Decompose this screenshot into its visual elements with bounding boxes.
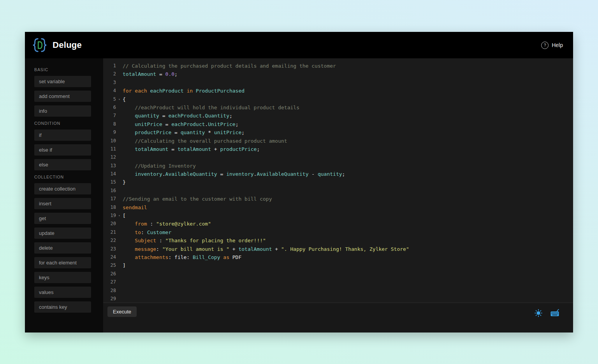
code-line[interactable]: 27 [103, 278, 573, 286]
line-number: 17 [103, 195, 116, 203]
code-line[interactable]: 18sendmail [103, 203, 573, 212]
help-button[interactable]: ? Help [541, 42, 563, 49]
code-line[interactable]: 10 //Calculating the overall purchased p… [103, 137, 573, 145]
fold-spacer [116, 195, 123, 203]
code-line[interactable]: 20 from : "store@zylker.com" [103, 220, 573, 228]
code-line[interactable]: 23 message: "Your bill amount is " + tot… [103, 245, 573, 253]
sidebar-item-keys[interactable]: keys [34, 272, 91, 283]
deluge-logo-icon [32, 37, 48, 53]
fold-spacer [116, 153, 123, 161]
code-text: { [123, 95, 126, 103]
fold-spacer [116, 87, 123, 95]
code-line[interactable]: 14 inventory.AvailableQuantity = invento… [103, 170, 573, 178]
sidebar-item-set-variable[interactable]: set variable [34, 76, 91, 87]
code-editor[interactable]: 1// Calculating the purchased product de… [103, 58, 573, 303]
code-line[interactable]: 15} [103, 178, 573, 186]
code-text: totalAmount = totalAmount + productPrice… [123, 145, 260, 153]
line-number: 15 [103, 178, 116, 186]
code-line[interactable]: 22 Subject : "Thanks for placing the ord… [103, 236, 573, 245]
sidebar-item-create-collection[interactable]: create collection [34, 183, 91, 194]
line-number: 18 [103, 203, 116, 212]
line-number: 1 [103, 62, 116, 70]
line-number: 28 [103, 287, 116, 295]
line-number: 13 [103, 162, 116, 170]
code-line[interactable]: 19▾[ [103, 212, 573, 220]
line-number: 11 [103, 145, 116, 153]
sidebar-item-for-each-element[interactable]: for each element [34, 257, 91, 268]
sidebar-item-values[interactable]: values [34, 287, 91, 298]
code-text: Subject : "Thanks for placing the order!… [123, 236, 266, 245]
keyboard-icon[interactable] [550, 309, 560, 317]
code-line[interactable]: 12 [103, 153, 573, 161]
fold-spacer [116, 62, 123, 70]
code-text: } [123, 178, 126, 186]
code-line[interactable]: 16 [103, 187, 573, 195]
code-line[interactable]: 2totalAmount = 0.0; [103, 70, 573, 78]
code-text: ] [123, 261, 126, 270]
sidebar-item-add-comment[interactable]: add comment [34, 91, 91, 102]
sidebar-item-update[interactable]: update [34, 228, 91, 239]
sidebar-section-title: BASIC [34, 67, 103, 72]
sidebar-item-else[interactable]: else [34, 159, 91, 170]
line-number: 8 [103, 120, 116, 128]
code-line[interactable]: 4for each eachProduct in ProductPurchase… [103, 87, 573, 95]
line-number: 20 [103, 220, 116, 228]
sidebar-item-else-if[interactable]: else if [34, 144, 91, 156]
brightness-icon[interactable] [535, 309, 542, 317]
line-number: 7 [103, 112, 116, 120]
code-line[interactable]: 7 quantity = eachProduct.Quantity; [103, 112, 573, 120]
code-line[interactable]: 5▾{ [103, 95, 573, 103]
code-line[interactable]: 8 unitPrice = eachProduct.UnitPrice; [103, 120, 573, 128]
fold-spacer [116, 236, 123, 245]
line-number: 24 [103, 253, 116, 261]
line-number: 12 [103, 153, 116, 161]
code-text: [ [123, 212, 126, 220]
code-line[interactable]: 26 [103, 270, 573, 278]
sidebar: BASICset variableadd commentinfoCONDITIO… [25, 58, 103, 332]
code-line[interactable]: 6 //eachProduct will hold the individual… [103, 103, 573, 112]
line-number: 14 [103, 170, 116, 178]
sidebar-item-if[interactable]: if [34, 130, 91, 141]
code-line[interactable]: 17//Sending an email to the customer wit… [103, 195, 573, 203]
fold-arrow-icon[interactable]: ▾ [116, 95, 123, 103]
line-number: 22 [103, 236, 116, 245]
fold-arrow-icon[interactable]: ▾ [116, 212, 123, 220]
code-line[interactable]: 11 totalAmount = totalAmount + productPr… [103, 145, 573, 153]
sidebar-item-insert[interactable]: insert [34, 198, 91, 209]
fold-spacer [116, 178, 123, 186]
code-line[interactable]: 28 [103, 287, 573, 295]
fold-spacer [116, 112, 123, 120]
code-line[interactable]: 13 //Updating Inventory [103, 162, 573, 170]
fold-spacer [116, 187, 123, 195]
code-line[interactable]: 1// Calculating the purchased product de… [103, 62, 573, 70]
sidebar-item-delete[interactable]: delete [34, 242, 91, 254]
code-text: inventory.AvailableQuantity = inventory.… [123, 170, 345, 178]
code-line[interactable]: 24 attachments: file: Bill_Copy as PDF [103, 253, 573, 261]
execute-button[interactable]: Execute [107, 306, 137, 317]
code-text: //Sending an email to the customer with … [123, 195, 272, 203]
code-line[interactable]: 9 productPrice = quantity * unitPrice; [103, 128, 573, 136]
line-number: 27 [103, 278, 116, 286]
code-text: from : "store@zylker.com" [123, 220, 211, 228]
code-line[interactable]: 25] [103, 261, 573, 270]
line-number: 26 [103, 270, 116, 278]
code-text: totalAmount = 0.0; [123, 70, 178, 78]
content-area: BASICset variableadd commentinfoCONDITIO… [25, 58, 573, 332]
app-window: Deluge ? Help BASICset variableadd comme… [25, 32, 573, 332]
code-line[interactable]: 3 [103, 79, 573, 87]
sidebar-item-info[interactable]: info [34, 105, 91, 117]
sidebar-item-get[interactable]: get [34, 213, 91, 224]
sidebar-item-contains-key[interactable]: contains key [34, 301, 91, 313]
line-number: 21 [103, 228, 116, 236]
code-line[interactable]: 21 to: Customer [103, 228, 573, 236]
fold-spacer [116, 253, 123, 261]
fold-spacer [116, 278, 123, 286]
fold-spacer [116, 245, 123, 253]
code-text: quantity = eachProduct.Quantity; [123, 112, 232, 120]
code-text: sendmail [123, 203, 147, 212]
code-text: unitPrice = eachProduct.UnitPrice; [123, 120, 238, 128]
footer-bar: Execute [103, 303, 573, 332]
app-title: Deluge [53, 40, 82, 50]
code-line[interactable]: 29 [103, 295, 573, 303]
line-number: 5 [103, 95, 116, 103]
